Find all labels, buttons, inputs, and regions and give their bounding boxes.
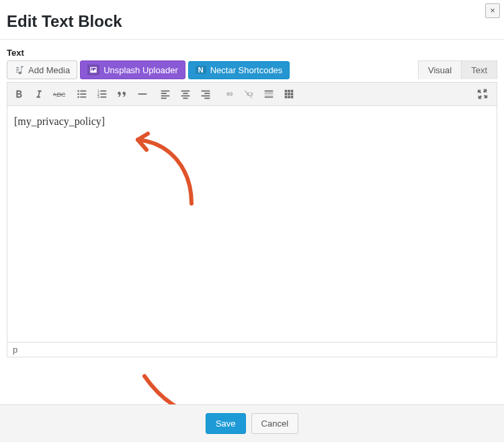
svg-rect-36 bbox=[285, 96, 288, 99]
svg-rect-15 bbox=[161, 93, 167, 94]
svg-rect-6 bbox=[80, 97, 86, 98]
svg-rect-10 bbox=[100, 93, 106, 95]
align-right-button[interactable] bbox=[196, 85, 216, 103]
add-media-label: Add Media bbox=[28, 65, 70, 75]
bullet-list-button[interactable] bbox=[72, 85, 92, 103]
editor-content-area[interactable]: [my_privacy_policy] bbox=[7, 106, 497, 343]
svg-rect-24 bbox=[202, 95, 210, 97]
svg-rect-25 bbox=[204, 97, 210, 99]
align-left-button[interactable] bbox=[155, 85, 175, 103]
unsplash-label: Unsplash Uploader bbox=[103, 65, 178, 75]
svg-point-5 bbox=[77, 96, 79, 98]
editor-tabs: Visual Text bbox=[418, 60, 497, 79]
svg-rect-16 bbox=[161, 95, 170, 97]
svg-rect-13 bbox=[138, 93, 147, 95]
strikethrough-button[interactable]: ABC bbox=[49, 85, 69, 103]
blockquote-button[interactable] bbox=[112, 85, 132, 103]
editor-toolbar: ABC 123 bbox=[7, 82, 497, 106]
horizontal-rule-button[interactable] bbox=[132, 85, 153, 103]
svg-rect-31 bbox=[288, 90, 290, 93]
editor-status-bar: p bbox=[7, 343, 497, 357]
svg-rect-23 bbox=[204, 93, 210, 94]
tab-visual[interactable]: Visual bbox=[418, 60, 462, 79]
svg-rect-2 bbox=[80, 91, 86, 92]
unlink-button[interactable] bbox=[239, 85, 259, 103]
link-button[interactable] bbox=[218, 85, 239, 103]
svg-rect-8 bbox=[100, 91, 106, 92]
bold-button[interactable] bbox=[9, 85, 29, 103]
numbered-list-button[interactable]: 123 bbox=[92, 85, 112, 103]
field-label: Text bbox=[0, 40, 504, 60]
svg-rect-37 bbox=[288, 96, 290, 99]
unsplash-uploader-button[interactable]: Unsplash Uploader bbox=[80, 60, 185, 79]
toolbar-toggle-button[interactable] bbox=[279, 85, 299, 103]
svg-text:3: 3 bbox=[97, 95, 99, 99]
modal-footer: Save Cancel bbox=[0, 404, 504, 442]
music-note-icon bbox=[14, 64, 25, 75]
italic-button[interactable] bbox=[29, 85, 49, 103]
nectar-n-icon: N bbox=[196, 66, 206, 74]
svg-rect-14 bbox=[161, 91, 170, 92]
align-center-button[interactable] bbox=[175, 85, 196, 103]
svg-rect-26 bbox=[265, 91, 274, 92]
svg-rect-27 bbox=[265, 93, 274, 93]
svg-rect-29 bbox=[265, 97, 274, 98]
svg-point-3 bbox=[77, 93, 79, 95]
image-icon bbox=[87, 64, 99, 75]
modal-header: Edit Text Block × bbox=[0, 0, 504, 40]
media-toolbar: Add Media Unsplash Uploader N Nectar Sho… bbox=[0, 60, 504, 82]
insert-more-button[interactable] bbox=[259, 85, 279, 103]
svg-rect-17 bbox=[161, 97, 167, 99]
svg-rect-34 bbox=[288, 93, 290, 95]
svg-rect-33 bbox=[285, 93, 288, 95]
save-button[interactable]: Save bbox=[206, 413, 246, 434]
fullscreen-button[interactable] bbox=[472, 85, 493, 103]
svg-rect-18 bbox=[181, 91, 190, 92]
editor-content-text: [my_privacy_policy] bbox=[14, 116, 105, 127]
tab-text[interactable]: Text bbox=[462, 60, 497, 79]
nectar-label: Nectar Shortcodes bbox=[210, 65, 283, 75]
nectar-shortcodes-button[interactable]: N Nectar Shortcodes bbox=[188, 61, 290, 79]
add-media-button[interactable]: Add Media bbox=[7, 60, 77, 79]
svg-text:ABC: ABC bbox=[53, 91, 65, 98]
svg-rect-32 bbox=[291, 90, 294, 93]
svg-rect-30 bbox=[285, 90, 288, 93]
cancel-button[interactable]: Cancel bbox=[251, 413, 298, 434]
svg-rect-38 bbox=[291, 96, 294, 99]
svg-rect-28 bbox=[265, 95, 274, 95]
svg-rect-4 bbox=[80, 93, 86, 95]
svg-rect-12 bbox=[100, 97, 106, 98]
svg-rect-22 bbox=[202, 91, 210, 92]
svg-rect-35 bbox=[291, 93, 294, 95]
modal-title: Edit Text Block bbox=[7, 12, 497, 31]
svg-rect-20 bbox=[181, 95, 190, 97]
close-button[interactable]: × bbox=[485, 3, 500, 18]
svg-rect-21 bbox=[183, 97, 187, 99]
svg-rect-19 bbox=[183, 93, 187, 94]
svg-point-1 bbox=[77, 90, 79, 92]
